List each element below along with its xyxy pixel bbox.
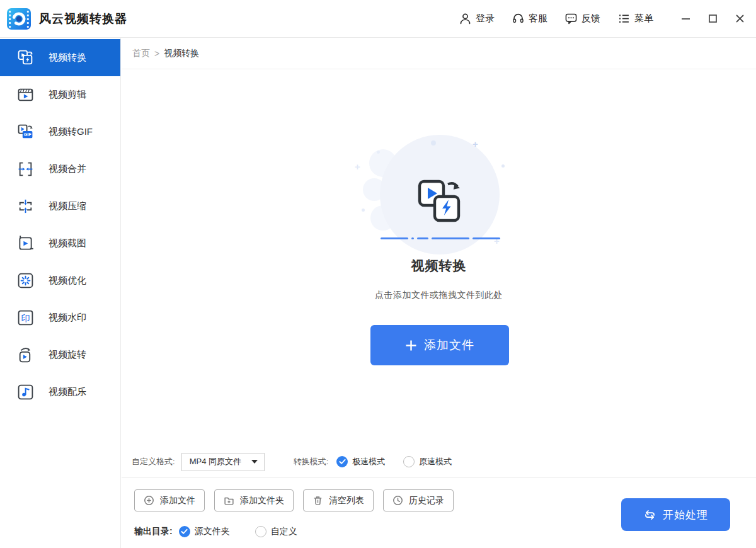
- folder-plus-icon: [224, 495, 234, 506]
- titlebar-actions: 登录 客服 反馈: [459, 12, 746, 25]
- add-files-label: 添加文件: [424, 337, 474, 353]
- original-mode-label: 原速模式: [419, 456, 452, 467]
- feedback-label: 反馈: [581, 13, 600, 25]
- sidebar: 视频转换 视频剪辑 GIF: [0, 38, 121, 548]
- history-button[interactable]: 历史记录: [383, 489, 454, 511]
- minimize-icon: [680, 13, 691, 24]
- sidebar-item-video-rotate[interactable]: 视频旋转: [0, 336, 120, 374]
- start-processing-button[interactable]: 开始处理: [621, 498, 730, 531]
- list-menu-icon: [617, 12, 631, 25]
- trash-icon: [312, 495, 323, 506]
- add-files-button[interactable]: 添加文件: [370, 325, 509, 365]
- headset-icon: [512, 12, 525, 25]
- add-folder-label: 添加文件夹: [240, 495, 284, 506]
- svg-text:印: 印: [21, 313, 30, 323]
- start-processing-label: 开始处理: [663, 508, 708, 522]
- app-window: 风云视频转换器 登录 客服: [0, 0, 756, 548]
- plus-icon: [405, 340, 417, 351]
- sidebar-item-label: 视频转GIF: [49, 126, 93, 138]
- sidebar-item-video-merge[interactable]: 视频合并: [0, 151, 120, 188]
- video-rotate-icon: [17, 346, 34, 363]
- sidebar-item-video-convert[interactable]: 视频转换: [0, 39, 120, 76]
- decor-dot: [377, 151, 380, 154]
- sidebar-item-label: 视频优化: [49, 275, 86, 287]
- radio-unchecked-icon: [255, 526, 266, 537]
- video-merge-icon: [17, 161, 34, 178]
- sidebar-item-label: 视频配乐: [49, 386, 86, 398]
- sidebar-item-video-to-gif[interactable]: GIF 视频转GIF: [0, 113, 120, 151]
- support-button[interactable]: 客服: [512, 12, 547, 25]
- radio-source-folder[interactable]: 源文件夹: [179, 526, 230, 537]
- login-button[interactable]: 登录: [459, 12, 495, 25]
- sidebar-item-label: 视频剪辑: [49, 89, 86, 101]
- convert-illustration-icon: [415, 176, 466, 226]
- video-watermark-icon: 印: [17, 309, 34, 326]
- format-bar: 自定义格式: MP4 同原文件 转换模式: 极速模式 原速模式: [132, 452, 452, 471]
- video-screenshot-icon: [17, 235, 34, 252]
- convert-mode-label: 转换模式:: [294, 456, 329, 467]
- add-folder-button[interactable]: 添加文件夹: [214, 489, 294, 511]
- chevron-down-icon: [251, 460, 258, 464]
- video-convert-icon: [17, 49, 34, 66]
- sidebar-item-label: 视频旋转: [49, 349, 86, 361]
- custom-folder-label: 自定义: [271, 526, 297, 537]
- breadcrumb-home[interactable]: 首页: [132, 48, 150, 59]
- video-clip-icon: [17, 86, 34, 103]
- empty-state-hint: 点击添加文件或拖拽文件到此处: [122, 290, 756, 301]
- support-label: 客服: [529, 13, 547, 25]
- repeat-icon: [643, 508, 656, 522]
- close-button[interactable]: [733, 13, 746, 25]
- fast-mode-label: 极速模式: [352, 456, 385, 467]
- sidebar-item-video-watermark[interactable]: 印 视频水印: [0, 299, 120, 336]
- sidebar-item-video-optimize[interactable]: 视频优化: [0, 262, 120, 299]
- menu-label: 菜单: [634, 13, 653, 25]
- maximize-button[interactable]: [706, 13, 719, 25]
- user-icon: [459, 12, 472, 25]
- clear-list-button[interactable]: 清空列表: [303, 489, 374, 511]
- action-bar: 添加文件 添加文件夹 清空列表: [134, 489, 454, 511]
- breadcrumb-separator: >: [154, 49, 159, 59]
- radio-original-mode[interactable]: 原速模式: [403, 456, 452, 467]
- output-directory-label: 输出目录:: [134, 526, 173, 537]
- decor-dot: [431, 140, 436, 146]
- sidebar-item-label: 视频压缩: [49, 200, 86, 212]
- decor-dot: [501, 164, 505, 168]
- clock-icon: [392, 495, 403, 506]
- minimize-button[interactable]: [679, 13, 692, 25]
- plus-circle-icon: [144, 495, 154, 506]
- clear-list-label: 清空列表: [329, 495, 364, 506]
- radio-custom-folder[interactable]: 自定义: [255, 526, 297, 537]
- output-directory-bar: 输出目录: 源文件夹 自定义: [134, 526, 297, 537]
- dashed-divider: [381, 237, 500, 239]
- breadcrumb-current: 视频转换: [164, 48, 199, 59]
- chat-bubble-icon: [564, 12, 578, 25]
- history-label: 历史记录: [409, 495, 444, 506]
- sidebar-item-label: 视频合并: [49, 163, 86, 175]
- empty-state-title: 视频转换: [122, 257, 756, 275]
- app-logo-icon: [6, 6, 32, 31]
- format-select-value: MP4 同原文件: [190, 456, 251, 467]
- close-icon: [735, 13, 745, 24]
- radio-fast-mode[interactable]: 极速模式: [336, 456, 385, 467]
- window-controls: [679, 13, 746, 25]
- sidebar-item-video-compress[interactable]: 视频压缩: [0, 188, 120, 225]
- decor-plus: +: [472, 139, 478, 149]
- menu-button[interactable]: 菜单: [617, 12, 653, 25]
- maximize-icon: [707, 13, 718, 24]
- format-label: 自定义格式:: [132, 456, 175, 467]
- add-file-button[interactable]: 添加文件: [134, 489, 205, 511]
- sidebar-item-label: 视频截图: [49, 237, 86, 249]
- decor-plus: +: [355, 162, 360, 171]
- sidebar-item-video-music[interactable]: 视频配乐: [0, 374, 120, 411]
- titlebar: 风云视频转换器 登录 客服: [0, 0, 756, 38]
- sidebar-item-video-clip[interactable]: 视频剪辑: [0, 76, 120, 113]
- radio-unchecked-icon: [403, 456, 415, 467]
- breadcrumb: 首页 > 视频转换: [122, 38, 756, 69]
- divider: [122, 477, 756, 478]
- feedback-button[interactable]: 反馈: [564, 12, 600, 25]
- radio-checked-icon: [336, 456, 348, 467]
- format-select[interactable]: MP4 同原文件: [181, 453, 265, 471]
- svg-text:GIF: GIF: [24, 132, 32, 137]
- main-content: + + + 视频转换 点击添加文件或拖拽文件到此处 添加文件 自定义格: [122, 70, 756, 548]
- sidebar-item-video-screenshot[interactable]: 视频截图: [0, 225, 120, 262]
